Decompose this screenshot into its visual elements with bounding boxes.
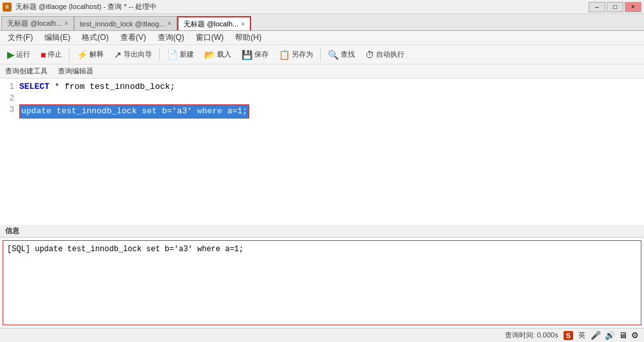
find-label: 查找 [341, 50, 355, 59]
tab-label: 无标题 @localh... [7, 19, 62, 28]
autoexec-icon: ⏱ [365, 50, 374, 60]
line-content-3: update test_innodb_lock set b='a3' where… [19, 104, 644, 119]
load-icon: 📂 [204, 50, 215, 60]
app-logo: S [564, 331, 573, 340]
save-label: 保存 [254, 50, 269, 59]
messages-section: 信息 [SQL] update test_innodb_lock set b='… [0, 225, 644, 328]
query-editor-tab[interactable]: 查询编辑器 [55, 66, 96, 77]
stop-icon: ■ [41, 50, 46, 60]
messages-content: [SQL] update test_innodb_lock set b='a3'… [3, 240, 641, 325]
app-icon: S [3, 3, 12, 12]
toolbar: ▶ 运行 ■ 停止 ⚡ 解释 ↗ 导出向导 📄 新建 📂 载入 💾 保存 📋 另… [0, 45, 644, 64]
saveas-label: 另存为 [292, 50, 313, 59]
run-label: 运行 [16, 50, 30, 59]
save-button[interactable]: 💾 保存 [237, 48, 273, 62]
query-builder-tab[interactable]: 查询创建工具 [3, 66, 50, 77]
lang-indicator: 英 [578, 330, 585, 340]
menu-edit[interactable]: 编辑(E) [39, 31, 75, 44]
line-number-1: 1 [0, 81, 19, 93]
keyword-select: SELECT [19, 82, 50, 91]
load-label: 载入 [217, 50, 231, 59]
sql-text: * from test_innodb_lock; [55, 82, 175, 91]
tab-label: test_innodb_lock @itlaog... [80, 20, 165, 28]
sql-line-2: 2 [0, 93, 644, 104]
minimize-button[interactable]: – [589, 2, 605, 12]
menu-window[interactable]: 窗口(W) [191, 31, 229, 44]
selected-text: update test_innodb_lock set b='a3' where… [19, 104, 249, 119]
line-content-2 [19, 93, 644, 104]
monitor-icon[interactable]: 🖥 [619, 330, 627, 340]
sep-3 [320, 48, 321, 61]
find-icon: 🔍 [328, 50, 339, 60]
new-button[interactable]: 📄 新建 [162, 48, 198, 62]
sql-line-3: 3 update test_innodb_lock set b='a3' whe… [0, 104, 644, 119]
menu-file[interactable]: 文件(F) [3, 31, 38, 44]
save-icon: 💾 [242, 50, 252, 60]
menu-query[interactable]: 查询(Q) [153, 31, 189, 44]
load-button[interactable]: 📂 载入 [200, 48, 236, 62]
mic-icon[interactable]: 🎤 [591, 330, 601, 340]
maximize-button[interactable]: □ [607, 2, 623, 12]
tab-close-1[interactable]: × [64, 20, 68, 27]
menu-view[interactable]: 查看(V) [115, 31, 151, 44]
sub-toolbar: 查询创建工具 查询编辑器 [0, 64, 644, 79]
saveas-button[interactable]: 📋 另存为 [274, 48, 317, 62]
query-time: 查询时间: 0.000s [505, 330, 558, 340]
find-button[interactable]: 🔍 查找 [323, 48, 359, 62]
keyword-where: where [197, 106, 222, 116]
sep-2 [159, 48, 160, 61]
line-number-3: 3 [0, 104, 19, 116]
logo-text: S [566, 332, 571, 339]
tab-close-3[interactable]: × [241, 21, 245, 28]
tab-label: 无标题 @localh... [184, 19, 238, 29]
stop-button[interactable]: ■ 停止 [36, 48, 66, 62]
new-label: 新建 [180, 50, 194, 59]
keyword-update: update [21, 106, 52, 116]
sql-set-text: b='a3' [162, 106, 197, 116]
stop-label: 停止 [48, 50, 62, 59]
autoexec-label: 自动执行 [376, 50, 404, 59]
close-button[interactable]: × [625, 2, 641, 12]
saveas-icon: 📋 [279, 50, 290, 60]
window-controls: – □ × [589, 2, 641, 12]
tab-close-2[interactable]: × [167, 20, 171, 27]
speaker-icon[interactable]: 🔊 [605, 330, 615, 340]
tab-3[interactable]: 无标题 @localh... × [177, 16, 251, 30]
sep-1 [69, 48, 70, 61]
run-button[interactable]: ▶ 运行 [3, 48, 35, 62]
tab-2[interactable]: test_innodb_lock @itlaog... × [74, 16, 177, 30]
settings-icon[interactable]: ⚙ [631, 330, 639, 340]
menu-bar: 文件(F) 编辑(E) 格式(O) 查看(V) 查询(Q) 窗口(W) 帮助(H… [0, 31, 644, 45]
title-bar: S 无标题 @itlaoge (localhost) - 查询 * -- 处理中… [0, 0, 644, 14]
export-icon: ↗ [114, 50, 122, 60]
run-icon: ▶ [7, 50, 14, 60]
tab-bar: 无标题 @localh... × test_innodb_lock @itlao… [0, 14, 644, 31]
main-area: 1 SELECT * from test_innodb_lock; 2 3 up… [0, 79, 644, 328]
message-text: [SQL] update test_innodb_lock set b='a3'… [7, 245, 243, 254]
sql-where-text: a=1; [227, 106, 247, 116]
export-button[interactable]: ↗ 导出向导 [109, 48, 156, 62]
explain-button[interactable]: ⚡ 解释 [72, 48, 108, 62]
status-icons: 🎤 🔊 🖥 ⚙ [591, 330, 639, 340]
autoexec-button[interactable]: ⏱ 自动执行 [361, 48, 409, 62]
sql-editor[interactable]: 1 SELECT * from test_innodb_lock; 2 3 up… [0, 79, 644, 225]
explain-label: 解释 [90, 50, 104, 59]
messages-label: 信息 [0, 225, 644, 238]
export-label: 导出向导 [124, 50, 152, 59]
menu-help[interactable]: 帮助(H) [230, 31, 267, 44]
line-content-1: SELECT * from test_innodb_lock; [19, 81, 644, 93]
new-icon: 📄 [167, 50, 178, 60]
tab-1[interactable]: 无标题 @localh... × [1, 16, 74, 30]
status-bar: 查询时间: 0.000s S 英 🎤 🔊 🖥 ⚙ [0, 328, 644, 342]
line-number-2: 2 [0, 93, 19, 104]
sql-update-text: test_innodb_lock [57, 106, 142, 116]
keyword-set: set [142, 106, 156, 116]
window-title: 无标题 @itlaoge (localhost) - 查询 * -- 处理中 [15, 2, 156, 12]
sql-line-1: 1 SELECT * from test_innodb_lock; [0, 81, 644, 93]
menu-format[interactable]: 格式(O) [77, 31, 113, 44]
explain-icon: ⚡ [77, 50, 88, 60]
